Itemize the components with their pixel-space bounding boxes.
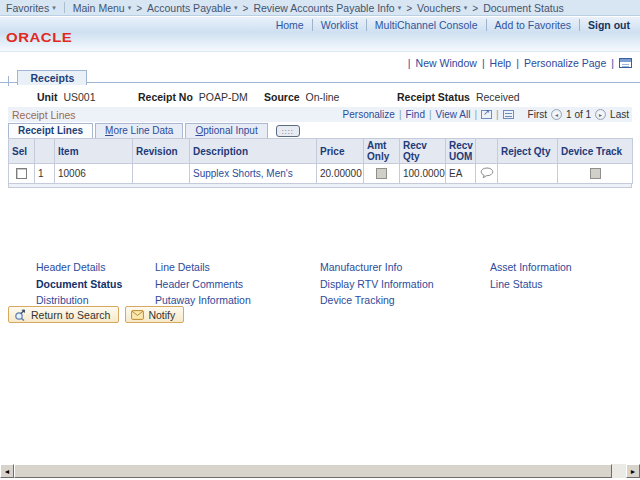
receipt-status-field: Receipt StatusReceived [397, 91, 520, 103]
col-sel: Sel [9, 139, 35, 164]
divider [64, 2, 65, 13]
zoom-popup-icon[interactable] [481, 110, 492, 119]
col-price: Price [317, 139, 364, 164]
scroll-left-icon[interactable]: ◄ [0, 464, 14, 478]
first-link[interactable]: First [528, 109, 547, 120]
breadcrumb-separator [406, 2, 412, 14]
header-banner: Home Worklist MultiChannel Console Add t… [0, 17, 640, 52]
find-link[interactable]: Find [405, 109, 424, 120]
row-counter: 1 of 1 [566, 109, 591, 120]
table-header-row: Sel Item Revision Description Price Amt … [9, 139, 633, 164]
revision-cell [133, 164, 190, 184]
tab-optional-input[interactable]: Optional Input [185, 123, 267, 138]
link-empty [490, 294, 572, 311]
receipt-lines-grid: Receipt Lines Personalize | Find | View … [8, 107, 632, 188]
link-line-details[interactable]: Line Details [155, 261, 320, 278]
last-link[interactable]: Last [610, 109, 629, 120]
link-device-tracking[interactable]: Device Tracking [320, 294, 490, 311]
grid-tabbar: Receipt Lines More Line Data Optional In… [8, 122, 632, 138]
breadcrumb-document-status[interactable]: Document Status [483, 2, 564, 14]
chevron-down-icon: ▾ [128, 4, 132, 11]
horizontal-scrollbar: ◄ ► [0, 464, 640, 478]
breadcrumb-separator [472, 2, 478, 14]
receipt-no-field: Receipt NoPOAP-DM [138, 91, 248, 103]
description-link[interactable]: Supplex Shorts, Men's [193, 168, 293, 179]
chevron-down-icon: ▾ [464, 4, 468, 11]
view-all-link[interactable]: View All [436, 109, 471, 120]
page-tabbar: Receipts [0, 68, 640, 83]
tab-more-line-data[interactable]: More Line Data [95, 123, 183, 138]
scrollbar-thumb[interactable] [14, 464, 612, 478]
breadcrumb-favorites[interactable]: Favorites ▾ [6, 2, 56, 14]
next-row-icon[interactable]: ▸ [595, 109, 606, 120]
return-search-icon [14, 308, 27, 321]
show-all-columns-icon[interactable]: :::: [276, 125, 300, 137]
breadcrumb-accounts-payable[interactable]: Accounts Payable ▾ [147, 2, 238, 14]
page-toolbar: Return to Search Notify [8, 306, 184, 323]
comments-bubble-icon[interactable] [480, 167, 494, 179]
sign-out-link[interactable]: Sign out [580, 19, 632, 31]
link-header-comments[interactable]: Header Comments [155, 278, 320, 295]
notify-button[interactable]: Notify [125, 306, 184, 323]
link-header-details[interactable]: Header Details [36, 261, 155, 278]
tab-tick [8, 76, 9, 86]
receipt-lines-table: Sel Item Revision Description Price Amt … [8, 138, 633, 184]
nav-worklist[interactable]: Worklist [313, 19, 367, 31]
notify-envelope-icon [131, 310, 144, 320]
col-device-track: Device Track [558, 139, 633, 164]
breadcrumb-separator [136, 2, 142, 14]
nav-home[interactable]: Home [268, 19, 313, 31]
grid-title: Receipt Lines [12, 109, 76, 121]
breadcrumb-vouchers[interactable]: Vouchers ▾ [417, 2, 467, 14]
link-document-status[interactable]: Document Status [36, 278, 155, 295]
nav-add-to-favorites[interactable]: Add to Favorites [487, 19, 580, 31]
copy-url-icon[interactable] [619, 58, 632, 68]
recv-qty-cell: 100.0000 [400, 164, 446, 184]
amt-only-checkbox [376, 168, 387, 179]
reject-qty-cell [498, 164, 558, 184]
col-item: Item [55, 139, 133, 164]
col-comments [476, 139, 498, 164]
chevron-down-icon: ▾ [234, 4, 238, 11]
unit-field: UnitUS001 [37, 91, 96, 103]
grid-footer-pad [8, 184, 632, 188]
link-asset-information[interactable]: Asset Information [490, 261, 572, 278]
link-line-status[interactable]: Line Status [490, 278, 572, 295]
col-amt-only: Amt Only [364, 139, 400, 164]
oracle-logo: ORACLE [6, 30, 72, 45]
utility-nav: Home Worklist MultiChannel Console Add t… [268, 19, 632, 31]
price-cell: 20.00000 [317, 164, 364, 184]
breadcrumb-label: Favorites [6, 2, 49, 14]
receipt-no-value: POAP-DM [199, 91, 248, 103]
col-recv-uom: Recv UOM [446, 139, 476, 164]
source-value: On-line [306, 91, 340, 103]
previous-row-icon[interactable]: ◂ [551, 109, 562, 120]
chevron-down-icon: ▾ [398, 4, 402, 11]
select-checkbox[interactable] [16, 168, 27, 179]
application-window: Favorites ▾ Main Menu ▾ Accounts Payable… [0, 0, 640, 480]
nav-multichannel-console[interactable]: MultiChannel Console [367, 19, 487, 31]
grid-controls: Personalize | Find | View All | | First … [343, 109, 629, 120]
personalize-link[interactable]: Personalize [343, 109, 395, 120]
item-cell: 10006 [55, 164, 133, 184]
link-display-rtv-information[interactable]: Display RTV Information [320, 278, 490, 295]
chevron-down-icon: ▾ [52, 4, 56, 11]
col-recv-qty: Recv Qty [400, 139, 446, 164]
grid-header-bar: Receipt Lines Personalize | Find | View … [8, 107, 632, 122]
breadcrumb-main-menu[interactable]: Main Menu ▾ [73, 2, 131, 14]
source-field: SourceOn-line [264, 91, 339, 103]
related-links: Header Details Line Details Manufacturer… [36, 261, 572, 311]
tab-receipts[interactable]: Receipts [17, 70, 87, 85]
breadcrumb-review-ap-info[interactable]: Review Accounts Payable Info ▾ [253, 2, 401, 14]
recv-uom-cell: EA [446, 164, 476, 184]
scroll-right-icon[interactable]: ► [626, 464, 640, 478]
breadcrumb-separator [243, 2, 249, 14]
return-to-search-button[interactable]: Return to Search [8, 306, 119, 323]
table-row: 1 10006 Supplex Shorts, Men's 20.00000 1… [9, 164, 633, 184]
col-revision: Revision [133, 139, 190, 164]
link-manufacturer-info[interactable]: Manufacturer Info [320, 261, 490, 278]
tab-receipt-lines[interactable]: Receipt Lines [8, 123, 93, 138]
download-grid-icon[interactable] [503, 110, 514, 119]
col-description: Description [190, 139, 317, 164]
unit-value: US001 [63, 91, 95, 103]
